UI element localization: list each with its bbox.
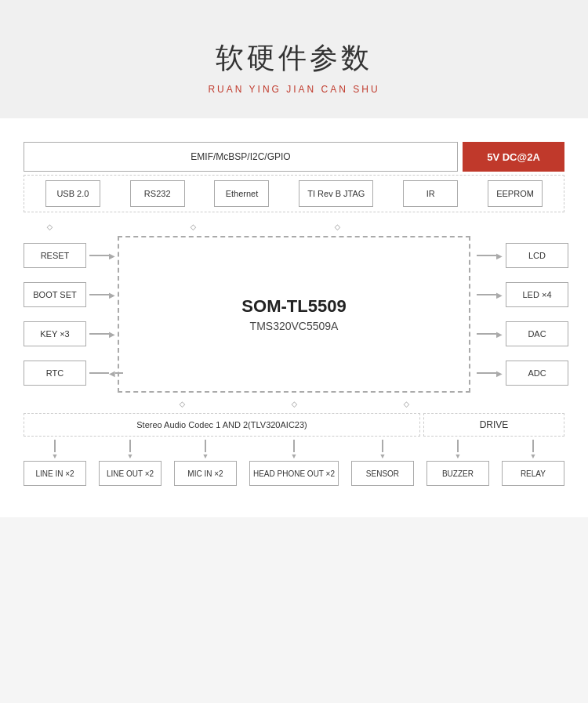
page-wrapper: 软硬件参数 RUAN YING JIAN CAN SHU EMIF/McBSP/… <box>0 0 588 517</box>
emif-box: EMIF/McBSP/I2C/GPIO <box>24 142 458 172</box>
bottom-item-sensor: ▼ SENSOR <box>351 440 414 486</box>
center-chip: SOM-TL5509 TMS320VC5509A <box>118 236 470 393</box>
arrow-bot-2: ⬦ <box>290 396 299 410</box>
row-interfaces: USB 2.0 RS232 Ethernet TI Rev B JTAG IR … <box>24 175 564 212</box>
linein-box: LINE IN ×2 <box>24 461 86 486</box>
arrow-bot-3: ⬦ <box>402 396 411 410</box>
bottom-item-relay: ▼ RELAY <box>502 440 564 486</box>
buzzer-box: BUZZER <box>426 461 489 486</box>
iface-ethernet: Ethernet <box>214 180 269 207</box>
bootset-box: BOOT SET <box>24 282 86 307</box>
row-emif-power: EMIF/McBSP/I2C/GPIO 5V DC@2A <box>24 142 564 172</box>
iface-eeprom: EEPROM <box>488 180 543 207</box>
chip-sub: TMS320VC5509A <box>250 320 339 332</box>
header-section: 软硬件参数 RUAN YING JIAN CAN SHU <box>0 0 588 118</box>
lcd-box: LCD <box>506 243 568 268</box>
bottom-item-headphone: ▼ HEAD PHONE OUT ×2 <box>249 440 339 486</box>
arrow-bot-1: ⬦ <box>178 396 187 410</box>
micin-box: MIC IN ×2 <box>174 461 237 486</box>
bottom-iface-left: Stereo Audio Codec 1 AND 2(TLV320AIC23) <box>24 413 420 437</box>
iface-ir: IR <box>403 180 458 207</box>
power-box: 5V DC@2A <box>463 142 564 172</box>
headphone-box: HEAD PHONE OUT ×2 <box>249 461 339 486</box>
page-subtitle: RUAN YING JIAN CAN SHU <box>16 84 572 95</box>
left-item-rtc: RTC ◀ <box>24 361 111 386</box>
arrow-down-2: ⬦ <box>189 219 198 233</box>
bottom-item-micin: ▼ MIC IN ×2 <box>174 440 237 486</box>
chip-name: SOM-TL5509 <box>241 296 346 317</box>
arrow-down-1: ⬦ <box>45 219 54 233</box>
adc-box: ADC <box>506 361 568 386</box>
led-box: LED ×4 <box>506 282 568 307</box>
dac-box: DAC <box>506 321 568 346</box>
right-item-dac: ▶ DAC <box>477 321 564 346</box>
relay-box: RELAY <box>502 461 564 486</box>
iface-usb: USB 2.0 <box>45 180 100 207</box>
sensor-box: SENSOR <box>351 461 414 486</box>
right-col: ▶ LCD ▶ LED ×4 ▶ DAC <box>470 236 564 393</box>
page-title: 软硬件参数 <box>16 39 572 78</box>
bottom-iface-right: DRIVE <box>423 413 564 437</box>
rtc-box: RTC <box>24 361 86 386</box>
bottom-item-linein: ▼ LINE IN ×2 <box>24 440 86 486</box>
left-item-reset: RESET ▶ <box>24 243 111 268</box>
middle-section: RESET ▶ BOOT SET ▶ KEY ×3 <box>24 236 564 393</box>
bottom-item-lineout: ▼ LINE OUT ×2 <box>99 440 162 486</box>
left-col: RESET ▶ BOOT SET ▶ KEY ×3 <box>24 236 118 393</box>
right-item-adc: ▶ ADC <box>477 361 564 386</box>
left-item-bootset: BOOT SET ▶ <box>24 282 111 307</box>
arrow-row-top: ⬦ ⬦ ⬦ <box>24 216 564 236</box>
arrow-down-3: ⬦ <box>333 219 342 233</box>
left-item-key: KEY ×3 ▶ <box>24 321 111 346</box>
key-box: KEY ×3 <box>24 321 86 346</box>
bottom-item-buzzer: ▼ BUZZER <box>426 440 489 486</box>
iface-jtag: TI Rev B JTAG <box>299 180 373 207</box>
bottom-iface-section: Stereo Audio Codec 1 AND 2(TLV320AIC23) … <box>24 413 564 437</box>
diagram-section: EMIF/McBSP/I2C/GPIO 5V DC@2A USB 2.0 RS2… <box>0 118 588 517</box>
lineout-box: LINE OUT ×2 <box>99 461 162 486</box>
iface-rs232: RS232 <box>130 180 185 207</box>
bottom-boxes-row: ▼ LINE IN ×2 ▼ LINE OUT ×2 ▼ MIC IN ×2 ▼… <box>24 440 564 486</box>
right-item-lcd: ▶ LCD <box>477 243 564 268</box>
arrow-row-bottom: ⬦ ⬦ ⬦ <box>24 393 564 413</box>
right-item-led: ▶ LED ×4 <box>477 282 564 307</box>
reset-box: RESET <box>24 243 86 268</box>
